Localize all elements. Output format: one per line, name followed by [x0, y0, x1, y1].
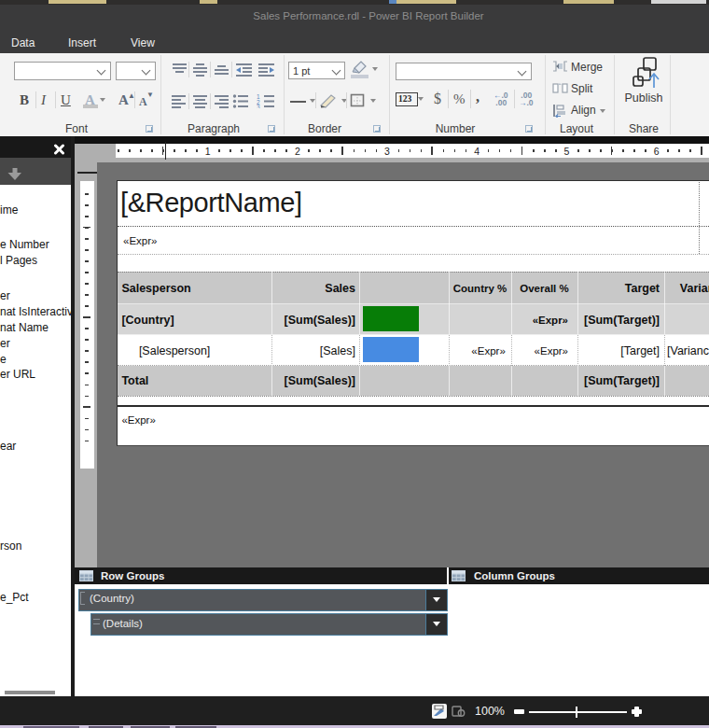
svg-text:3: 3 [257, 104, 260, 109]
